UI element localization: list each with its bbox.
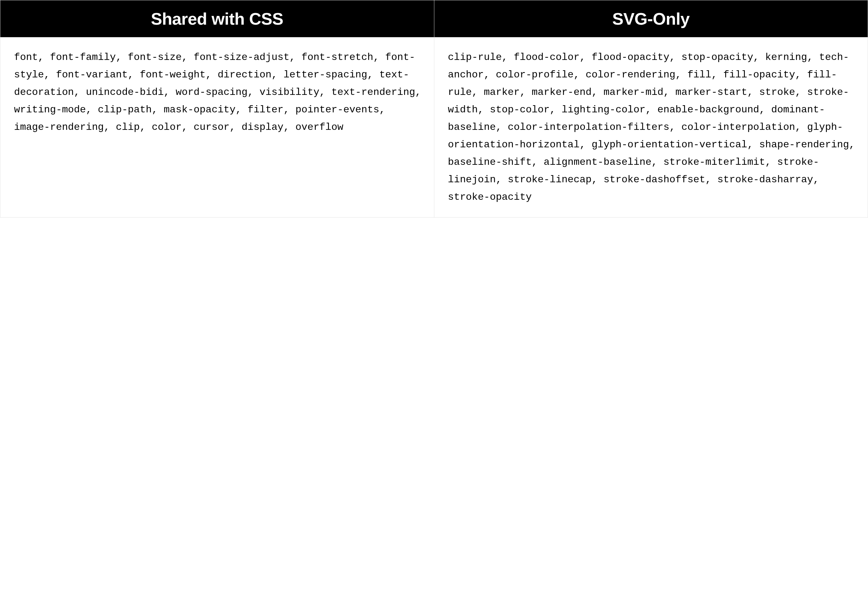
table-body-row: font, font-family, font-size, font-size-… bbox=[0, 37, 868, 217]
column-body-svg-only: clip-rule, flood-color, flood-opacity, s… bbox=[434, 37, 868, 217]
column-body-shared: font, font-family, font-size, font-size-… bbox=[0, 37, 434, 217]
column-header-shared: Shared with CSS bbox=[0, 0, 434, 37]
properties-table: Shared with CSS SVG-Only font, font-fami… bbox=[0, 0, 868, 218]
table-header-row: Shared with CSS SVG-Only bbox=[0, 0, 868, 37]
column-header-svg-only: SVG-Only bbox=[434, 0, 868, 37]
